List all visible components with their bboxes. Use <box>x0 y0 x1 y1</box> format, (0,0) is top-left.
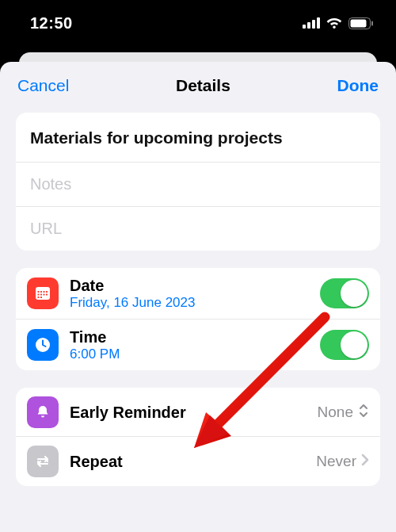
cellular-icon <box>303 17 320 29</box>
status-bar: 12:50 <box>0 0 396 46</box>
time-value: 6:00 PM <box>70 346 320 362</box>
clock-icon <box>27 329 59 361</box>
schedule-card: Date Friday, 16 June 2023 Time 6:00 PM <box>16 268 380 370</box>
status-time: 12:50 <box>30 14 73 33</box>
page-title: Details <box>176 76 230 95</box>
chevron-right-icon <box>361 453 369 470</box>
title-card: Materials for upcoming projects Notes UR… <box>16 113 380 251</box>
date-toggle[interactable] <box>320 278 369 308</box>
svg-rect-1 <box>351 19 367 27</box>
notes-field[interactable]: Notes <box>16 163 380 207</box>
wifi-icon <box>326 17 342 29</box>
date-text: Date Friday, 16 June 2023 <box>70 276 320 311</box>
svg-rect-10 <box>44 294 45 296</box>
early-reminder-label: Early Reminder <box>70 403 318 422</box>
svg-rect-7 <box>46 291 48 293</box>
svg-rect-6 <box>44 291 45 293</box>
early-reminder-value: None <box>318 404 353 421</box>
date-value: Friday, 16 June 2023 <box>70 295 320 311</box>
options-card: Early Reminder None Repeat Never <box>16 388 380 486</box>
status-icons <box>303 17 374 29</box>
cancel-button[interactable]: Cancel <box>17 76 69 95</box>
done-button[interactable]: Done <box>337 76 379 95</box>
repeat-row[interactable]: Repeat Never <box>16 437 380 486</box>
repeat-value: Never <box>316 453 356 470</box>
date-label: Date <box>70 276 320 295</box>
updown-chevron-icon <box>358 403 369 422</box>
svg-rect-4 <box>38 291 40 293</box>
nav-bar: Cancel Details Done <box>0 62 396 113</box>
early-reminder-row[interactable]: Early Reminder None <box>16 388 380 437</box>
svg-rect-11 <box>46 294 48 296</box>
bell-icon <box>27 396 59 428</box>
repeat-label: Repeat <box>70 452 316 471</box>
time-row[interactable]: Time 6:00 PM <box>16 320 380 370</box>
details-sheet: Cancel Details Done Materials for upcomi… <box>0 62 396 532</box>
svg-rect-12 <box>38 297 40 298</box>
url-field[interactable]: URL <box>16 207 380 251</box>
time-toggle[interactable] <box>320 330 369 360</box>
svg-rect-2 <box>371 21 373 25</box>
time-label: Time <box>70 327 320 346</box>
title-field[interactable]: Materials for upcoming projects <box>16 113 380 163</box>
svg-rect-13 <box>40 297 42 298</box>
svg-rect-5 <box>40 291 42 293</box>
repeat-icon <box>27 446 59 477</box>
svg-rect-9 <box>40 294 42 296</box>
time-text: Time 6:00 PM <box>70 327 320 362</box>
calendar-icon <box>27 277 59 309</box>
date-row[interactable]: Date Friday, 16 June 2023 <box>16 268 380 320</box>
battery-icon <box>348 17 374 29</box>
svg-rect-8 <box>38 294 40 296</box>
